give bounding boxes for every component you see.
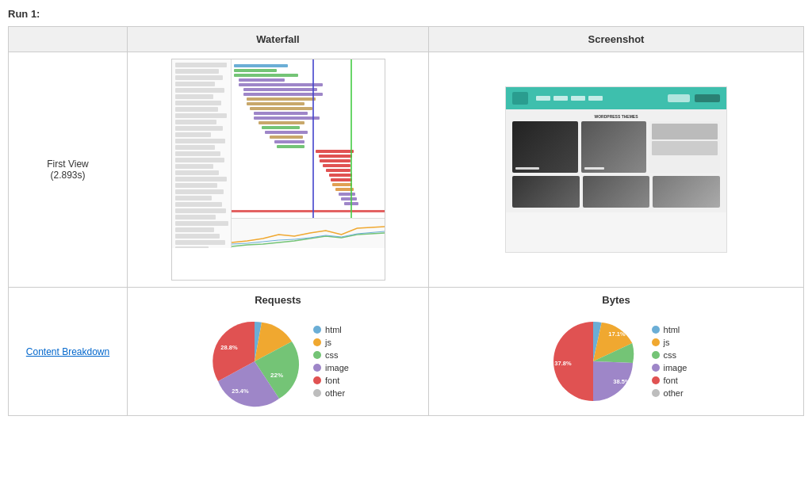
legend-font-label: font [325,376,339,385]
legend-js-dot [313,338,321,346]
bytes-chart-cell: Bytes [429,288,804,416]
svg-text:22%: 22% [270,372,283,379]
bytes-legend: html js css [652,325,688,398]
content-breakdown-label-cell: Content Breakdown [9,288,128,416]
ss-card-5 [583,176,650,208]
legend-image: image [313,363,349,372]
waterfall-bars [232,59,385,248]
ss-content: WORDPRESS THEMES [506,109,726,212]
content-breakdown-row: Content Breakdown Requests [9,288,804,416]
bytes-pie-group: Bytes [435,294,797,409]
content-breakdown-link[interactable]: Content Breakdown [26,346,109,357]
waterfall-cell [128,52,429,288]
ss-card-6 [653,176,720,208]
bytes-legend-font-dot [652,376,660,384]
bytes-legend-js: js [652,338,688,347]
requests-title: Requests [255,294,301,306]
results-table: Waterfall Screenshot First View (2.893s) [8,26,804,416]
bytes-legend-js-dot [652,338,660,346]
ss-cards [512,121,720,173]
legend-css-dot [313,351,321,359]
legend-js-label: js [325,338,331,347]
screenshot-thumbnail[interactable]: WORDPRESS THEMES [505,86,727,253]
legend-font-dot [313,376,321,384]
waterfall-labels [172,59,232,248]
legend-other-label-req: other [325,388,345,398]
ss-card-4 [512,176,580,208]
legend-html-dot [313,326,321,334]
ss-card-1 [512,121,578,173]
bytes-legend-image: image [652,363,688,372]
legend-html: html [313,325,349,334]
first-view-label: First View (2.893s) [9,52,128,288]
bytes-legend-js-label: js [664,338,670,347]
empty-header [9,27,128,52]
ss-nav [536,96,603,101]
bytes-pie-wrapper: 17.1% 38.5% 37.8% html js [546,314,688,409]
legend-html-label: html [325,325,342,334]
svg-text:38.5%: 38.5% [613,378,630,385]
ss-logo [512,92,528,105]
requests-pie-group: Requests [134,294,422,409]
legend-css: css [313,350,349,360]
ss-header-bar [506,87,726,109]
requests-pie-chart: 22% 25.4% 28.8% [207,314,302,409]
requests-legend: html js css [313,325,349,398]
ss-card-3 [649,121,720,173]
ss-btn1 [668,94,690,102]
first-view-row: First View (2.893s) [9,52,804,288]
legend-font: font [313,376,349,385]
legend-css-label: css [325,350,339,360]
first-view-time: (2.893s) [15,170,121,181]
screenshot-cell: WORDPRESS THEMES [429,52,804,288]
bytes-legend-image-dot [652,364,660,372]
bytes-legend-other-label: other [664,388,684,398]
bytes-legend-other: other [652,388,688,398]
legend-js: js [313,338,349,347]
requests-chart-cell: Requests [128,288,429,416]
bytes-legend-font-label: font [664,376,678,385]
bytes-legend-css-dot [652,351,660,359]
waterfall-chart[interactable] [171,59,385,281]
bytes-legend-image-label: image [664,363,688,372]
bytes-legend-html-label: html [664,325,680,334]
bytes-legend-css: css [652,350,688,360]
svg-text:28.8%: 28.8% [220,344,238,351]
svg-text:17.1%: 17.1% [608,330,626,338]
screenshot-header: Screenshot [429,27,804,52]
bytes-legend-css-label: css [664,350,677,360]
legend-image-dot [313,364,321,372]
svg-text:25.4%: 25.4% [232,388,249,395]
bytes-title: Bytes [602,294,630,306]
run-title: Run 1: [8,8,804,20]
first-view-text: First View [15,158,121,170]
bytes-legend-other-dot [652,389,660,397]
legend-image-label: image [325,363,349,372]
bytes-legend-html-dot [652,326,660,334]
ss-btn2 [695,94,720,102]
waterfall-header: Waterfall [128,27,429,52]
ss-cards-2 [512,176,720,208]
bytes-pie-chart: 17.1% 38.5% 37.8% [546,314,641,409]
svg-text:37.8%: 37.8% [554,360,572,367]
bytes-legend-font: font [652,376,688,385]
bytes-legend-html: html [652,325,688,334]
requests-pie-wrapper: 22% 25.4% 28.8% html [207,314,349,409]
legend-other-dot [313,389,321,397]
ss-card-2 [581,121,647,173]
legend-other-req: other [313,388,349,398]
